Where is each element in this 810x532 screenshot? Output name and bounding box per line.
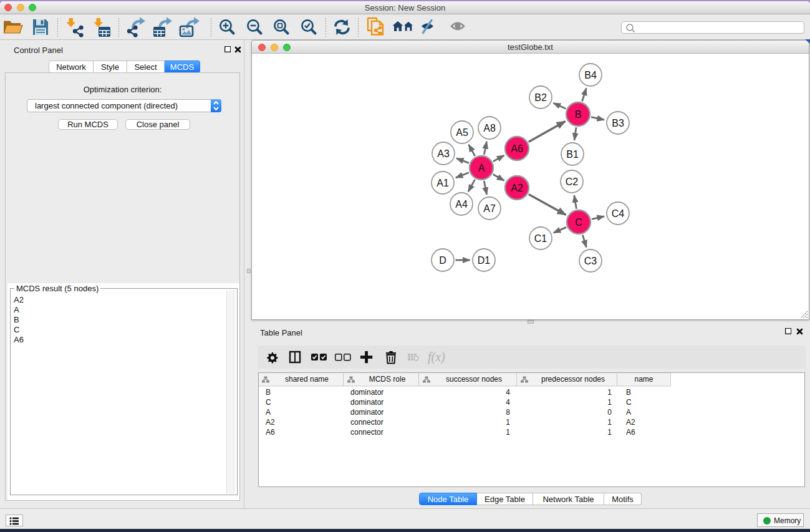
svg-text:f(x): f(x) bbox=[428, 350, 445, 364]
